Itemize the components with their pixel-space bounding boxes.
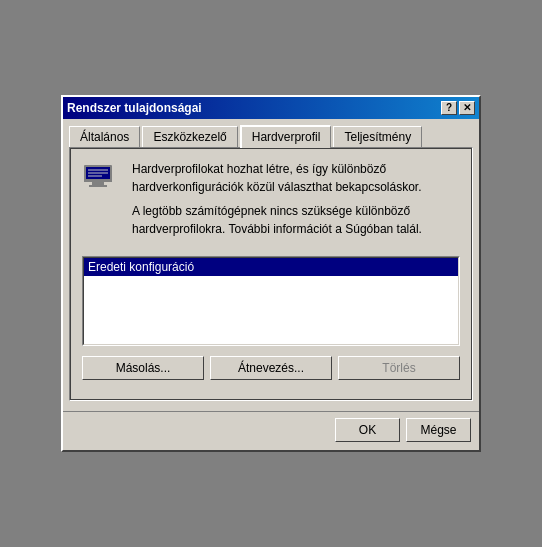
title-bar: Rendszer tulajdonságai ? ✕	[63, 97, 479, 119]
tab-hardware-profile[interactable]: Hardverprofil	[240, 125, 332, 148]
tab-general[interactable]: Általános	[69, 126, 140, 148]
cancel-button[interactable]: Mégse	[406, 418, 471, 442]
hardware-section: Hardverprofilokat hozhat létre, és így k…	[82, 160, 460, 244]
footer-buttons: OK Mégse	[63, 411, 479, 450]
list-box-inner: Eredeti konfiguráció	[83, 257, 459, 345]
tab-bar: Általános Eszközkezelő Hardverprofil Tel…	[69, 126, 473, 148]
computer-icon	[82, 162, 122, 197]
copy-button[interactable]: Másolás...	[82, 356, 204, 380]
tab-panel: Hardverprofilokat hozhat létre, és így k…	[69, 147, 473, 401]
window-title: Rendszer tulajdonságai	[67, 101, 202, 115]
tab-performance[interactable]: Teljesítmény	[333, 126, 422, 148]
ok-button[interactable]: OK	[335, 418, 400, 442]
svg-rect-1	[92, 182, 104, 185]
tab-device-manager[interactable]: Eszközkezelő	[142, 126, 237, 148]
title-bar-buttons: ? ✕	[441, 101, 475, 115]
rename-button[interactable]: Átnevezés...	[210, 356, 332, 380]
profile-list[interactable]: Eredeti konfiguráció	[82, 256, 460, 346]
hardware-icon	[82, 162, 122, 197]
window-content: Általános Eszközkezelő Hardverprofil Tel…	[63, 119, 479, 407]
action-buttons: Másolás... Átnevezés... Törlés	[82, 356, 460, 380]
description-line1: Hardverprofilokat hozhat létre, és így k…	[132, 160, 460, 196]
hardware-description: Hardverprofilokat hozhat létre, és így k…	[132, 160, 460, 244]
close-button[interactable]: ✕	[459, 101, 475, 115]
help-button[interactable]: ?	[441, 101, 457, 115]
description-line2: A legtöbb számítógépnek nincs szüksége k…	[132, 202, 460, 238]
delete-button[interactable]: Törlés	[338, 356, 460, 380]
list-item[interactable]: Eredeti konfiguráció	[84, 258, 458, 276]
system-properties-dialog: Rendszer tulajdonságai ? ✕ Általános Esz…	[61, 95, 481, 452]
svg-rect-2	[89, 185, 107, 187]
